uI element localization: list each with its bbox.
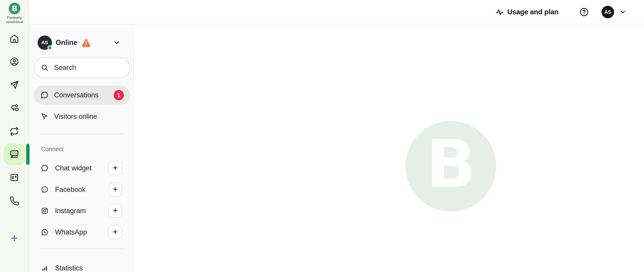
instagram-label: Instagram [55,207,86,215]
channel-row-facebook[interactable]: Facebook + [30,180,133,199]
sidebar-divider-bottom [41,249,124,249]
help-icon [579,7,589,17]
sidebar-divider-top [41,134,124,134]
online-status-dot [48,45,52,50]
account-menu-button[interactable] [619,8,626,16]
channel-row-whatsapp[interactable]: WhatsApp + [30,223,133,242]
search-icon [41,64,49,72]
sidebar-item-visitors-online[interactable]: Visitors online [34,107,130,126]
facebook-messenger-icon [41,186,49,194]
usage-and-plan-button[interactable]: Usage and plan [495,7,558,16]
whatsapp-icon [41,228,49,236]
rail-item-contacts[interactable] [4,51,25,72]
rail-add-button[interactable]: + [11,232,18,244]
statistics-label: Statistics [55,264,83,272]
conversations-badge: 1 [114,90,124,100]
account-avatar[interactable]: AS [602,6,614,18]
add-chat-widget-button[interactable]: + [108,161,122,175]
app-rail: B Formerly sendinblue [0,0,29,272]
account-avatar-initials: AS [604,9,611,15]
brand-logo-icon: B [9,3,20,14]
connect-section-title: Connect [41,146,64,153]
brand-tagline-line1: Formerly [0,16,29,20]
main-content-area: B [134,25,644,272]
chat-widget-icon [41,164,49,172]
facebook-label: Facebook [55,186,86,194]
rail-item-conversations[interactable] [4,144,25,165]
add-whatsapp-button[interactable]: + [108,225,122,239]
help-button[interactable] [579,7,589,17]
rail-active-indicator [26,144,30,165]
instagram-icon [41,207,49,215]
brevo-conversations-app: B Formerly sendinblue [0,0,644,272]
search-input[interactable] [54,64,121,72]
paper-plane-icon [9,80,20,90]
pulse-icon [495,7,504,16]
status-chevron-down-icon [113,39,121,47]
usage-and-plan-label: Usage and plan [507,8,558,16]
brand-logo: B Formerly sendinblue [0,3,29,24]
rail-item-meetings[interactable] [4,167,25,188]
bar-chart-icon [41,264,49,272]
warning-triangle-icon [81,37,92,48]
add-instagram-button[interactable]: + [108,204,122,218]
brand-letter: B [12,4,18,13]
rail-item-transactional[interactable] [4,121,25,142]
channel-row-chat-widget[interactable]: Chat widget + [30,159,133,178]
brand-watermark: B [406,121,496,212]
agent-avatar-initials: AS [41,40,48,45]
brand-tagline-line2: sendinblue [0,20,29,24]
plus-icon: + [11,231,18,245]
rail-item-campaigns[interactable] [4,74,25,96]
rail-item-phone[interactable] [4,190,25,212]
rail-item-home[interactable] [4,28,25,49]
sidebar-item-conversations[interactable]: Conversations 1 [34,85,130,105]
automation-flow-icon [9,103,20,113]
cursor-icon [40,112,49,121]
visitors-online-label: Visitors online [54,113,97,121]
chat-widget-label: Chat widget [55,164,92,172]
conversations-label: Conversations [54,91,98,99]
board-icon [9,172,20,183]
search-field[interactable] [34,57,130,78]
topbar: Usage and plan AS [30,0,644,24]
inbox-sidebar: AS Online Conversations 1 [30,25,134,272]
rail-item-automations[interactable] [4,98,25,119]
sidebar-item-statistics[interactable]: Statistics [30,259,133,272]
whatsapp-label: WhatsApp [55,228,87,236]
watermark-letter: B [426,131,476,201]
conversations-chat-icon [9,149,20,160]
channel-row-instagram[interactable]: Instagram + [30,201,133,220]
chat-bubble-icon [40,91,49,99]
phone-icon [10,196,19,206]
contacts-icon [9,56,20,67]
agent-avatar: AS [38,35,52,50]
add-facebook-button[interactable]: + [108,183,122,197]
chevron-down-icon [619,8,626,16]
agent-status-dropdown[interactable]: AS Online [30,32,133,53]
home-icon [9,33,20,44]
repeat-icon [9,126,20,136]
agent-status-label: Online [56,39,77,47]
